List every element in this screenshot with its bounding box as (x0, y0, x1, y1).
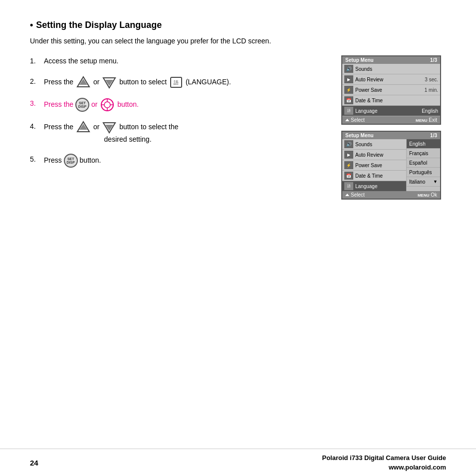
lcd1-row-powersave: ⚡ Power Save 1 min. (342, 85, 440, 95)
step-5-content: Press SETDISP button. (44, 154, 331, 168)
lcd2-row-datetime: 📅 Date & Time (342, 171, 406, 181)
lcd1-language-value: English (422, 108, 438, 114)
lcd2-body: 🔊 Sounds ▶ Auto Review (342, 139, 440, 191)
brand-line1: Polaroid i733 Digital Camera User Guide (322, 453, 446, 463)
step-5-num: 5. (30, 154, 44, 165)
lcd2-row-autoreview: ▶ Auto Review (342, 150, 406, 160)
lcd2-autoreview-label: Auto Review (355, 152, 404, 158)
lcd1-footer-exit: Exit (429, 117, 437, 123)
lcd1-powersave-value: 1 min. (425, 87, 438, 93)
lcd1-datetime-label: Date & Time (355, 98, 438, 103)
lcd2-main-col: 🔊 Sounds ▶ Auto Review (342, 139, 406, 191)
set-button-icon-2: SETDISP (64, 154, 78, 168)
select-arrow-icon-2 (345, 194, 349, 196)
menu-label-2: MENU (418, 193, 430, 198)
up-button-icon (76, 76, 90, 89)
lcd2-language-icon: 語 (344, 182, 353, 190)
section-title: • Setting the Display Language (30, 20, 446, 30)
language-icon: 語 (170, 76, 183, 88)
lcd1-row-autoreview: ▶ Auto Review 3 sec. (342, 74, 440, 85)
lcd2-header: Setup Menu 1/3 (342, 132, 440, 139)
intro-text: Under this setting, you can select the l… (30, 35, 446, 46)
down-button-icon (102, 76, 116, 89)
lcd1-sounds-label: Sounds (355, 66, 438, 72)
lcd2-dropdown-francais: Français (407, 149, 440, 158)
lcd2-row-powersave: ⚡ Power Save (342, 160, 406, 171)
step-1-content: Access the setup menu. (44, 55, 331, 66)
step-4-num: 4. (30, 121, 44, 132)
bullet-point: • (30, 20, 33, 30)
lcd2-dropdown-espanol: Español (407, 158, 440, 168)
lcd1-row-language: 語 Language English (342, 106, 440, 116)
dropdown-scroll-icon: ▼ (433, 179, 438, 184)
ok-button-icon (100, 98, 114, 112)
lcd1-sounds-icon: 🔊 (344, 65, 353, 73)
step-5: 5. Press SETDISP button. (30, 154, 331, 168)
lcd1-autoreview-label: Auto Review (355, 77, 425, 82)
lcd2-title: Setup Menu (345, 133, 374, 138)
svg-text:語: 語 (174, 80, 179, 85)
lcd1-language-icon: 語 (344, 107, 353, 115)
menu-label: MENU (416, 118, 428, 123)
step-2: 2. Press the or button to select (30, 76, 331, 89)
main-area: 1. Access the setup menu. 2. Press the o… (30, 55, 446, 200)
lcd2-footer: Select MENU Ok (342, 191, 440, 199)
title-text: Setting the Display Language (36, 20, 162, 30)
step-2-num: 2. (30, 76, 44, 87)
lcd1-autoreview-value: 3 sec. (425, 77, 438, 82)
lcd2-dropdown-portugues: Português (407, 168, 440, 177)
page-footer: 24 Polaroid i733 Digital Camera User Gui… (0, 449, 476, 476)
lcd2-language-label: Language (355, 184, 404, 189)
step-2-content: Press the or button to select (44, 76, 331, 89)
steps-column: 1. Access the setup menu. 2. Press the o… (30, 55, 331, 200)
lcd1-powersave-label: Power Save (355, 87, 425, 93)
lcd2-footer-select: Select (351, 192, 365, 198)
page-content: • Setting the Display Language Under thi… (0, 0, 476, 210)
svg-point-7 (104, 102, 110, 108)
lcd1-header: Setup Menu 1/3 (342, 56, 440, 64)
down-button-icon-2 (102, 121, 116, 134)
lcd2-row-sounds: 🔊 Sounds (342, 139, 406, 150)
lcd1-row-sounds: 🔊 Sounds (342, 64, 440, 74)
brand-line2: www.polaroid.com (322, 463, 446, 473)
lcd2-sounds-label: Sounds (355, 142, 404, 147)
lcd2-footer-ok: Ok (431, 192, 437, 198)
lcd1-autoreview-icon: ▶ (344, 75, 353, 83)
step-1-num: 1. (30, 55, 44, 66)
lcd-screen-2: Setup Menu 1/3 🔊 Sounds (341, 131, 441, 200)
page-number: 24 (30, 459, 38, 467)
select-arrow-icon (345, 119, 349, 121)
lcd1-footer-select: Select (351, 117, 365, 123)
lcd2-sounds-icon: 🔊 (344, 140, 353, 148)
screenshots-column: Setup Menu 1/3 🔊 Sounds (341, 55, 446, 200)
footer-brand: Polaroid i733 Digital Camera User Guide … (322, 453, 446, 473)
lcd2-page: 1/3 (430, 133, 437, 138)
step-3: 3. Press the SETDISP or butto (30, 98, 331, 112)
lcd2-side-dropdown: English Français Español Português Itali (406, 139, 440, 191)
lcd2-powersave-icon: ⚡ (344, 161, 353, 169)
step-4-content: Press the or button to select the desire… (44, 121, 331, 145)
lcd2-datetime-icon: 📅 (344, 172, 353, 180)
lcd1-row-datetime: 📅 Date & Time (342, 95, 440, 106)
lcd1-title: Setup Menu (345, 57, 374, 63)
lcd1-datetime-icon: 📅 (344, 96, 353, 104)
lcd-screen-1: Setup Menu 1/3 🔊 Sounds (341, 55, 441, 125)
lcd1-powersave-icon: ⚡ (344, 86, 353, 94)
step-1: 1. Access the setup menu. (30, 55, 331, 66)
lcd2-autoreview-icon: ▶ (344, 151, 353, 159)
set-button-icon: SETDISP (75, 98, 89, 112)
lcd2-dropdown-english: English (407, 139, 440, 149)
lcd2-dropdown-italiano: Italiano ▼ (407, 177, 440, 187)
step-3-content: Press the SETDISP or button. (44, 98, 331, 112)
lcd2-powersave-label: Power Save (355, 163, 404, 168)
step-3-num: 3. (30, 98, 44, 109)
lcd2-row-language: 語 Language (342, 181, 406, 191)
lcd1-language-label: Language (355, 108, 422, 114)
up-button-icon-2 (76, 121, 90, 134)
lcd1-page: 1/3 (430, 57, 437, 63)
step-4: 4. Press the or button to select the (30, 121, 331, 145)
lcd1-footer: Select MENU Exit (342, 116, 440, 124)
lcd2-datetime-label: Date & Time (355, 173, 404, 179)
